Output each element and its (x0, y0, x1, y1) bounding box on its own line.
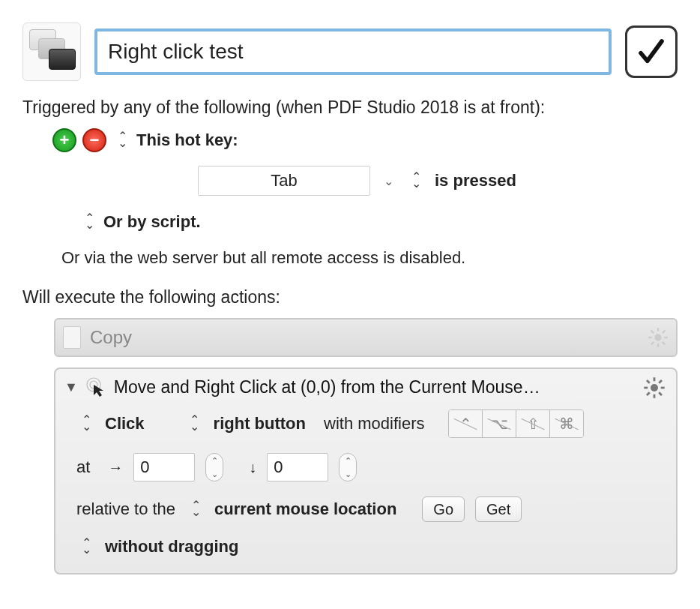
svg-point-0 (654, 334, 661, 340)
gear-icon[interactable] (643, 376, 666, 399)
action-title: Move and Right Click at (0,0) from the C… (114, 377, 540, 398)
relative-to-label: relative to the (76, 500, 175, 519)
with-modifiers-label: with modifiers (324, 414, 424, 434)
chevron-down-icon[interactable]: ⌄ (381, 166, 396, 195)
copy-action-bar[interactable]: Copy (54, 318, 678, 357)
go-button-label: Go (433, 501, 453, 518)
drag-label: without dragging (105, 537, 238, 556)
svg-line-6 (663, 342, 666, 345)
plus-icon: + (60, 130, 70, 150)
svg-line-19 (659, 380, 662, 383)
svg-point-11 (651, 384, 658, 392)
x-coord-input[interactable]: 0 (133, 453, 195, 482)
command-modifier-icon[interactable]: ⌘ (550, 410, 583, 437)
chevron-up-icon[interactable]: ⌃ (340, 454, 356, 467)
shift-modifier-icon[interactable]: ⇧ (516, 410, 550, 437)
x-coord-value: 0 (140, 458, 149, 477)
option-modifier-icon[interactable]: ⌥ (483, 410, 516, 437)
macro-icon[interactable] (22, 22, 81, 81)
modifier-keys-grid[interactable]: ⌃ ⌥ ⇧ ⌘ (448, 410, 584, 438)
hotkey-state-stepper-icon[interactable]: ⌃⌄ (411, 174, 421, 188)
svg-line-8 (663, 331, 666, 334)
triggers-heading: Triggered by any of the following (when … (22, 98, 678, 118)
y-coord-input[interactable]: 0 (267, 453, 328, 482)
script-trigger-label: Or by script. (103, 212, 201, 232)
click-type-label: Click (105, 414, 145, 434)
enable-toggle[interactable] (625, 26, 678, 78)
hotkey-state-label: is pressed (435, 171, 516, 190)
get-button-label: Get (486, 501, 510, 518)
checkmark-icon (636, 36, 667, 68)
mouse-click-icon (85, 376, 106, 398)
down-arrow-icon: ↓ (249, 459, 256, 476)
right-arrow-icon: → (108, 459, 123, 476)
svg-line-18 (647, 392, 650, 395)
svg-line-17 (659, 392, 662, 395)
x-coord-stepper[interactable]: ⌃ ⌄ (205, 453, 223, 482)
copy-label: Copy (90, 327, 132, 348)
remove-trigger-button[interactable]: − (82, 128, 106, 152)
click-type-stepper-icon[interactable]: ⌃⌄ (81, 417, 91, 430)
hotkey-trigger-label: This hot key: (136, 130, 238, 150)
button-label: right button (214, 414, 306, 434)
get-button[interactable]: Get (475, 496, 522, 522)
go-button[interactable]: Go (422, 496, 465, 522)
mouse-click-action-card: ▼ Move and Right Click at (0,0) from the… (54, 368, 678, 574)
execute-heading: Will execute the following actions: (22, 287, 678, 308)
trigger-type-stepper-icon[interactable]: ⌃⌄ (117, 134, 127, 147)
at-label: at (76, 458, 90, 477)
button-stepper-icon[interactable]: ⌃⌄ (190, 417, 200, 430)
add-trigger-button[interactable]: + (52, 128, 76, 152)
chevron-down-icon[interactable]: ⌄ (206, 467, 223, 481)
webserver-trigger-label: Or via the web server but all remote acc… (61, 248, 465, 268)
svg-line-16 (647, 380, 650, 383)
gear-icon[interactable] (648, 327, 669, 348)
drag-stepper-icon[interactable]: ⌃⌄ (81, 540, 91, 554)
minus-icon: − (90, 130, 100, 150)
relative-value-label: current mouse location (214, 500, 396, 519)
chevron-up-icon[interactable]: ⌃ (206, 454, 223, 467)
hotkey-key-combo[interactable]: Tab (198, 166, 370, 196)
control-modifier-icon[interactable]: ⌃ (449, 410, 483, 437)
macro-name-value: Right click test (108, 40, 244, 64)
y-coord-stepper[interactable]: ⌃ ⌄ (339, 453, 357, 482)
svg-line-5 (651, 331, 654, 334)
y-coord-value: 0 (274, 458, 283, 477)
chevron-down-icon[interactable]: ⌄ (340, 467, 356, 481)
disclosure-triangle-icon[interactable]: ▼ (64, 380, 78, 395)
relative-stepper-icon[interactable]: ⌃⌄ (190, 502, 201, 516)
svg-line-7 (651, 342, 654, 345)
hotkey-key-value: Tab (271, 171, 297, 190)
clipboard-icon (63, 326, 81, 349)
macro-name-input[interactable]: Right click test (94, 28, 612, 75)
script-trigger-stepper-icon[interactable]: ⌃⌄ (84, 215, 94, 229)
